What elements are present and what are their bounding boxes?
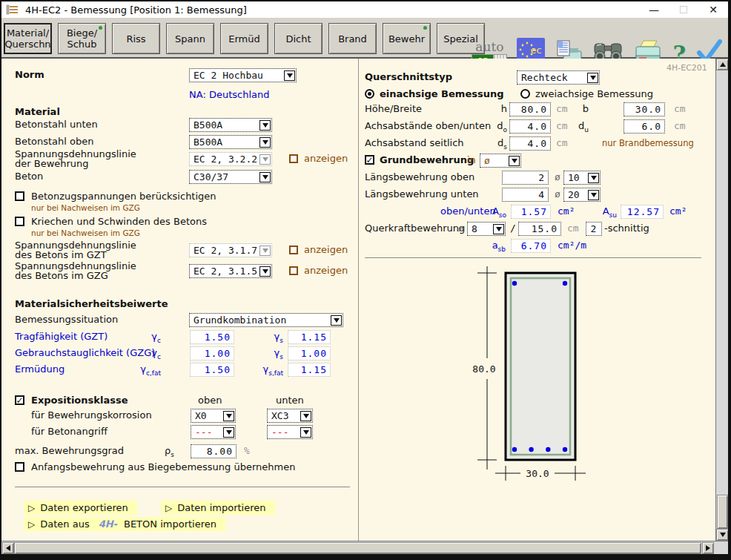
export-data-label: Daten exportieren bbox=[40, 501, 128, 515]
querschnittstyp-value: Rechteck bbox=[521, 72, 568, 83]
norm-dropdown[interactable]: EC 2 Hochbau bbox=[189, 68, 297, 82]
laengsbewehrung-oben-anzahl-field[interactable]: 2 bbox=[502, 171, 549, 185]
laengsbewehrung-unten-anzahl-field[interactable]: 4 bbox=[502, 188, 549, 202]
laengsbewehrung-oben-durchmesser-dropdown[interactable]: 10 bbox=[563, 171, 601, 185]
maxbew-field[interactable]: 8.00 bbox=[191, 444, 236, 458]
horizontal-scrollbar[interactable] bbox=[1, 541, 728, 554]
betonstahl-unten-dropdown[interactable]: B500A bbox=[189, 118, 272, 132]
betonstahl-oben-value: B500A bbox=[194, 136, 222, 148]
betonzug-note: nur bei Nachweisen im GZG bbox=[31, 203, 140, 212]
tab-label: Spann bbox=[175, 33, 205, 45]
bemessungssituation-dropdown[interactable]: Grundkombination bbox=[189, 313, 343, 327]
horizontal-scroll-thumb[interactable] bbox=[14, 542, 701, 554]
querkraft-abstand-field[interactable]: 15.0 bbox=[518, 222, 561, 236]
title-bar: 4H-EC2 - Bemessung [Position 1: Bemessun… bbox=[1, 1, 728, 18]
expositionsklasse-checkbox[interactable]: ✓ bbox=[15, 395, 24, 405]
scroll-up-button[interactable] bbox=[716, 59, 728, 70]
laengsbewehrung-unten-label: Längsbewehrung unten bbox=[365, 188, 479, 201]
schnittigkeit-field[interactable]: 2 bbox=[586, 222, 602, 236]
unit-cm2: cm² bbox=[669, 205, 687, 218]
einachsig-radio[interactable] bbox=[365, 89, 374, 99]
beton-value: C30/37 bbox=[194, 171, 228, 182]
bemessungssituation-label: Bemessungssituation bbox=[15, 313, 118, 326]
tab-label: Bewehr bbox=[388, 33, 425, 45]
export-data-button[interactable]: ▷ Daten exportieren bbox=[24, 501, 137, 515]
betonangriff-oben-dropdown[interactable]: --- bbox=[191, 425, 236, 439]
maximize-button[interactable]: ☐ bbox=[669, 1, 698, 18]
chevron-down-icon bbox=[259, 266, 271, 277]
sdl-gzg-anzeigen-checkbox[interactable] bbox=[289, 266, 298, 275]
sdl-bewehrung-value: EC 2, 3.2.2 bbox=[194, 154, 257, 165]
gamma-sfat-field[interactable]: 1.15 bbox=[288, 363, 331, 377]
hoehe-field[interactable]: 80.0 bbox=[509, 102, 551, 116]
import-data-button[interactable]: ▷ Daten importieren bbox=[161, 501, 275, 515]
sdl-bewehrung-anzeigen-checkbox[interactable] bbox=[289, 154, 298, 163]
grundbewehrung-einheit-dropdown[interactable]: ø bbox=[480, 154, 521, 168]
expo-col-unten: unten bbox=[276, 394, 304, 407]
zweiachsig-radio[interactable] bbox=[520, 89, 530, 99]
korrosion-unten-dropdown[interactable]: XC3 bbox=[267, 409, 313, 423]
achsabstand-seitlich-field[interactable]: 4.0 bbox=[509, 136, 551, 151]
tab-ermued[interactable]: Ermüd bbox=[220, 23, 268, 54]
window-title: 4H-EC2 - Bemessung [Position 1: Bemessun… bbox=[25, 4, 247, 16]
scroll-down-button[interactable] bbox=[716, 529, 728, 541]
tab-brand[interactable]: Brand bbox=[328, 23, 377, 54]
triangle-icon: ▷ bbox=[165, 501, 172, 515]
app-window: 4H-EC2 - Bemessung [Position 1: Bemessun… bbox=[0, 0, 731, 560]
betonzug-checkbox[interactable] bbox=[15, 191, 24, 201]
chevron-down-icon bbox=[259, 120, 271, 131]
gamma-c-gzg-field[interactable]: 1.00 bbox=[190, 346, 234, 360]
grundbewehrung-in-label: in bbox=[467, 154, 476, 167]
gamma-cfat-field[interactable]: 1.50 bbox=[190, 363, 234, 377]
asb-field: 6.70 bbox=[511, 239, 551, 253]
tab-spann[interactable]: Spann bbox=[166, 23, 214, 54]
scroll-left-button[interactable] bbox=[2, 542, 14, 554]
import-from-beton-button[interactable]: ▷ Daten aus4H-BETON importieren bbox=[24, 517, 225, 531]
querschnitt-panel: 4H-EC201 Querschnittstyp Rechteck einach… bbox=[359, 59, 715, 541]
width-dimension-label: 30.0 bbox=[526, 468, 549, 479]
anfangsbewehrung-label: Anfangsbewehrung aus Biegebemessung über… bbox=[31, 461, 295, 474]
korrosion-label: für Bewehrungskorrosion bbox=[31, 409, 152, 422]
vertical-scroll-thumb[interactable] bbox=[717, 495, 728, 529]
kriechen-checkbox[interactable] bbox=[15, 217, 24, 226]
querkraft-durchmesser-dropdown[interactable]: 8 bbox=[467, 222, 506, 236]
anfangsbewehrung-checkbox[interactable] bbox=[15, 462, 24, 472]
tab-dicht[interactable]: Dicht bbox=[274, 23, 322, 54]
betonstahl-oben-dropdown[interactable]: B500A bbox=[189, 135, 272, 149]
asu-symbol: Asu bbox=[599, 205, 617, 222]
achsabstand-unten-field[interactable]: 6.0 bbox=[624, 119, 665, 134]
gamma-s-symbol: γs bbox=[237, 330, 283, 347]
rho-s-symbol: ρs bbox=[146, 444, 174, 461]
maxbew-unit: % bbox=[244, 444, 250, 458]
korrosion-oben-dropdown[interactable]: X0 bbox=[191, 409, 236, 423]
gamma-s-gzt-field[interactable]: 1.15 bbox=[288, 330, 331, 344]
tab-riss[interactable]: Riss bbox=[112, 23, 160, 54]
gamma-s-gzg-field[interactable]: 1.00 bbox=[288, 346, 331, 360]
oben-unten-label: oben/unten bbox=[440, 205, 496, 218]
vertical-scrollbar[interactable] bbox=[715, 59, 728, 541]
betonangriff-unten-value: --- bbox=[271, 426, 288, 438]
grundbewehrung-checkbox[interactable]: ✓ bbox=[365, 155, 374, 165]
tab-biege-schub[interactable]: Biege/ Schub bbox=[58, 23, 106, 54]
sdl-gzt-anzeigen-checkbox[interactable] bbox=[289, 246, 298, 254]
scroll-right-button[interactable] bbox=[702, 542, 714, 554]
tab-bewehr[interactable]: Bewehr bbox=[383, 23, 431, 54]
sdl-gzg-dropdown[interactable]: EC 2, 3.1.5 bbox=[189, 264, 272, 278]
tab-material-querschnitt[interactable]: Material/ Querschn bbox=[4, 23, 52, 54]
betonstahl-unten-value: B500A bbox=[194, 119, 222, 131]
querschnittstyp-dropdown[interactable]: Rechteck bbox=[517, 70, 600, 85]
achsabstand-oben-field[interactable]: 4.0 bbox=[509, 119, 551, 134]
minimize-button[interactable]: — bbox=[639, 1, 669, 18]
slash-separator: / bbox=[510, 222, 516, 235]
unit-cm: cm bbox=[567, 222, 579, 235]
breite-field[interactable]: 30.0 bbox=[624, 102, 665, 116]
querschnittstyp-label: Querschnittstyp bbox=[365, 70, 452, 84]
laengsbewehrung-unten-durchmesser-dropdown[interactable]: 20 bbox=[563, 188, 601, 202]
gamma-c-gzt-field[interactable]: 1.50 bbox=[190, 330, 234, 344]
betonangriff-unten-dropdown[interactable]: --- bbox=[267, 425, 313, 439]
close-button[interactable]: ✕ bbox=[698, 1, 728, 18]
chevron-down-icon bbox=[259, 172, 271, 182]
betonzug-label: Betonzugspannungen berücksichtigen bbox=[31, 190, 216, 203]
aso-symbol: Aso bbox=[489, 205, 506, 222]
beton-dropdown[interactable]: C30/37 bbox=[189, 170, 272, 184]
